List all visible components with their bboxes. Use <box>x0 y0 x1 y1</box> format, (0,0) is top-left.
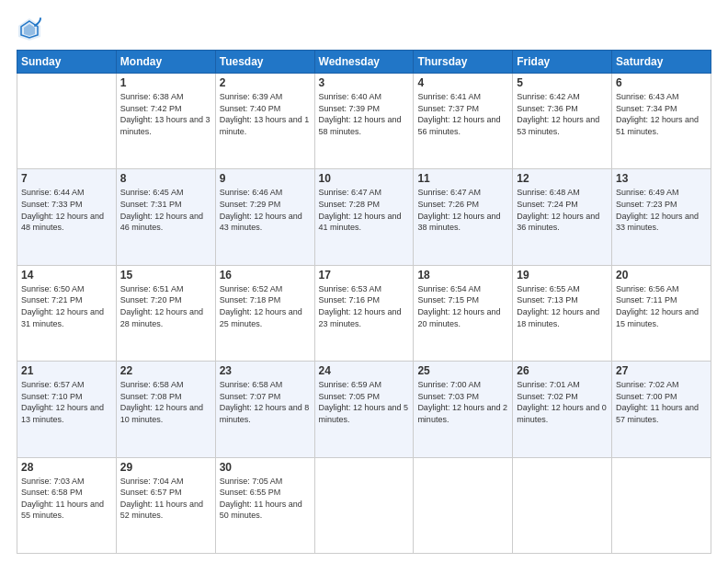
weekday-header-thursday: Thursday <box>414 51 513 74</box>
calendar-cell: 14 Sunrise: 6:50 AMSunset: 7:21 PMDaylig… <box>17 265 117 361</box>
day-info: Sunrise: 6:49 AMSunset: 7:23 PMDaylight:… <box>616 188 699 232</box>
day-info: Sunrise: 6:45 AMSunset: 7:31 PMDaylight:… <box>120 188 203 232</box>
calendar-cell: 4 Sunrise: 6:41 AMSunset: 7:37 PMDayligh… <box>414 74 513 169</box>
day-info: Sunrise: 7:05 AMSunset: 6:55 PMDaylight:… <box>220 477 302 521</box>
day-info: Sunrise: 7:03 AMSunset: 6:58 PMDaylight:… <box>21 477 104 521</box>
day-number: 20 <box>616 269 707 282</box>
calendar-cell: 7 Sunrise: 6:44 AMSunset: 7:33 PMDayligh… <box>17 169 117 265</box>
logo <box>17 17 46 42</box>
day-number: 19 <box>517 269 608 282</box>
day-info: Sunrise: 6:44 AMSunset: 7:33 PMDaylight:… <box>21 188 104 232</box>
day-number: 17 <box>319 269 410 282</box>
weekday-header-friday: Friday <box>513 51 612 74</box>
day-info: Sunrise: 7:00 AMSunset: 7:03 PMDaylight:… <box>417 380 507 424</box>
calendar-cell: 21 Sunrise: 6:57 AMSunset: 7:10 PMDaylig… <box>17 362 117 457</box>
calendar-cell: 30 Sunrise: 7:05 AMSunset: 6:55 PMDaylig… <box>215 457 314 553</box>
calendar-week-row: 7 Sunrise: 6:44 AMSunset: 7:33 PMDayligh… <box>17 169 711 265</box>
day-info: Sunrise: 7:01 AMSunset: 7:02 PMDaylight:… <box>517 380 607 424</box>
calendar-cell: 29 Sunrise: 7:04 AMSunset: 6:57 PMDaylig… <box>116 457 215 553</box>
day-info: Sunrise: 6:51 AMSunset: 7:20 PMDaylight:… <box>120 284 203 328</box>
calendar-cell: 18 Sunrise: 6:54 AMSunset: 7:15 PMDaylig… <box>414 265 513 361</box>
calendar-cell: 24 Sunrise: 6:59 AMSunset: 7:05 PMDaylig… <box>314 362 414 457</box>
weekday-header-wednesday: Wednesday <box>314 51 414 74</box>
calendar-week-row: 28 Sunrise: 7:03 AMSunset: 6:58 PMDaylig… <box>17 457 711 553</box>
header <box>17 17 711 42</box>
day-info: Sunrise: 6:41 AMSunset: 7:37 PMDaylight:… <box>417 92 500 136</box>
day-number: 3 <box>319 76 410 89</box>
day-number: 16 <box>220 269 311 282</box>
calendar-cell: 23 Sunrise: 6:58 AMSunset: 7:07 PMDaylig… <box>215 362 314 457</box>
day-number: 30 <box>220 461 311 474</box>
day-info: Sunrise: 6:48 AMSunset: 7:24 PMDaylight:… <box>517 188 599 232</box>
calendar-cell: 15 Sunrise: 6:51 AMSunset: 7:20 PMDaylig… <box>116 265 215 361</box>
calendar-cell: 12 Sunrise: 6:48 AMSunset: 7:24 PMDaylig… <box>513 169 612 265</box>
calendar-cell: 6 Sunrise: 6:43 AMSunset: 7:34 PMDayligh… <box>612 74 711 169</box>
calendar-week-row: 21 Sunrise: 6:57 AMSunset: 7:10 PMDaylig… <box>17 362 711 457</box>
calendar-cell: 10 Sunrise: 6:47 AMSunset: 7:28 PMDaylig… <box>314 169 414 265</box>
day-info: Sunrise: 6:57 AMSunset: 7:10 PMDaylight:… <box>21 380 104 424</box>
day-number: 25 <box>417 364 508 377</box>
day-info: Sunrise: 6:55 AMSunset: 7:13 PMDaylight:… <box>517 284 599 328</box>
day-info: Sunrise: 6:53 AMSunset: 7:16 PMDaylight:… <box>319 284 402 328</box>
day-info: Sunrise: 6:59 AMSunset: 7:05 PMDaylight:… <box>319 380 409 424</box>
calendar-week-row: 14 Sunrise: 6:50 AMSunset: 7:21 PMDaylig… <box>17 265 711 361</box>
day-number: 28 <box>21 461 112 474</box>
calendar-cell: 22 Sunrise: 6:58 AMSunset: 7:08 PMDaylig… <box>116 362 215 457</box>
day-info: Sunrise: 6:43 AMSunset: 7:34 PMDaylight:… <box>616 92 699 136</box>
day-number: 7 <box>21 172 112 185</box>
day-info: Sunrise: 6:47 AMSunset: 7:26 PMDaylight:… <box>417 188 500 232</box>
day-info: Sunrise: 6:50 AMSunset: 7:21 PMDaylight:… <box>21 284 104 328</box>
day-number: 15 <box>120 269 211 282</box>
calendar-cell: 11 Sunrise: 6:47 AMSunset: 7:26 PMDaylig… <box>414 169 513 265</box>
day-number: 24 <box>319 364 410 377</box>
day-info: Sunrise: 6:38 AMSunset: 7:42 PMDaylight:… <box>120 92 210 136</box>
day-info: Sunrise: 7:04 AMSunset: 6:57 PMDaylight:… <box>120 477 203 521</box>
day-info: Sunrise: 6:46 AMSunset: 7:29 PMDaylight:… <box>220 188 302 232</box>
calendar-cell: 13 Sunrise: 6:49 AMSunset: 7:23 PMDaylig… <box>612 169 711 265</box>
day-number: 5 <box>517 76 608 89</box>
day-number: 22 <box>120 364 211 377</box>
day-info: Sunrise: 6:56 AMSunset: 7:11 PMDaylight:… <box>616 284 699 328</box>
calendar-cell: 27 Sunrise: 7:02 AMSunset: 7:00 PMDaylig… <box>612 362 711 457</box>
calendar-cell: 3 Sunrise: 6:40 AMSunset: 7:39 PMDayligh… <box>314 74 414 169</box>
day-number: 12 <box>517 172 608 185</box>
day-number: 13 <box>616 172 707 185</box>
calendar-header-row: SundayMondayTuesdayWednesdayThursdayFrid… <box>17 51 711 74</box>
calendar-cell: 8 Sunrise: 6:45 AMSunset: 7:31 PMDayligh… <box>116 169 215 265</box>
day-number: 14 <box>21 269 112 282</box>
day-number: 26 <box>517 364 608 377</box>
weekday-header-tuesday: Tuesday <box>215 51 314 74</box>
weekday-header-monday: Monday <box>116 51 215 74</box>
calendar-cell: 28 Sunrise: 7:03 AMSunset: 6:58 PMDaylig… <box>17 457 117 553</box>
calendar-cell <box>17 74 117 169</box>
calendar-cell: 2 Sunrise: 6:39 AMSunset: 7:40 PMDayligh… <box>215 74 314 169</box>
day-number: 1 <box>120 76 211 89</box>
calendar-table: SundayMondayTuesdayWednesdayThursdayFrid… <box>17 50 711 554</box>
day-number: 8 <box>120 172 211 185</box>
weekday-header-saturday: Saturday <box>612 51 711 74</box>
calendar-cell <box>612 457 711 553</box>
day-info: Sunrise: 6:42 AMSunset: 7:36 PMDaylight:… <box>517 92 599 136</box>
day-info: Sunrise: 6:58 AMSunset: 7:08 PMDaylight:… <box>120 380 203 424</box>
logo-icon <box>17 17 42 42</box>
day-info: Sunrise: 6:39 AMSunset: 7:40 PMDaylight:… <box>220 92 310 136</box>
calendar-cell: 20 Sunrise: 6:56 AMSunset: 7:11 PMDaylig… <box>612 265 711 361</box>
page: SundayMondayTuesdayWednesdayThursdayFrid… <box>0 0 728 563</box>
calendar-cell: 5 Sunrise: 6:42 AMSunset: 7:36 PMDayligh… <box>513 74 612 169</box>
day-number: 10 <box>319 172 410 185</box>
day-number: 11 <box>417 172 508 185</box>
calendar-cell: 16 Sunrise: 6:52 AMSunset: 7:18 PMDaylig… <box>215 265 314 361</box>
day-number: 2 <box>220 76 311 89</box>
calendar-cell: 19 Sunrise: 6:55 AMSunset: 7:13 PMDaylig… <box>513 265 612 361</box>
calendar-cell <box>314 457 414 553</box>
day-info: Sunrise: 6:47 AMSunset: 7:28 PMDaylight:… <box>319 188 402 232</box>
calendar-cell: 25 Sunrise: 7:00 AMSunset: 7:03 PMDaylig… <box>414 362 513 457</box>
calendar-cell: 17 Sunrise: 6:53 AMSunset: 7:16 PMDaylig… <box>314 265 414 361</box>
day-info: Sunrise: 6:54 AMSunset: 7:15 PMDaylight:… <box>417 284 500 328</box>
day-info: Sunrise: 6:58 AMSunset: 7:07 PMDaylight:… <box>220 380 310 424</box>
day-number: 29 <box>120 461 211 474</box>
calendar-cell <box>414 457 513 553</box>
day-number: 23 <box>220 364 311 377</box>
day-number: 18 <box>417 269 508 282</box>
day-number: 6 <box>616 76 707 89</box>
